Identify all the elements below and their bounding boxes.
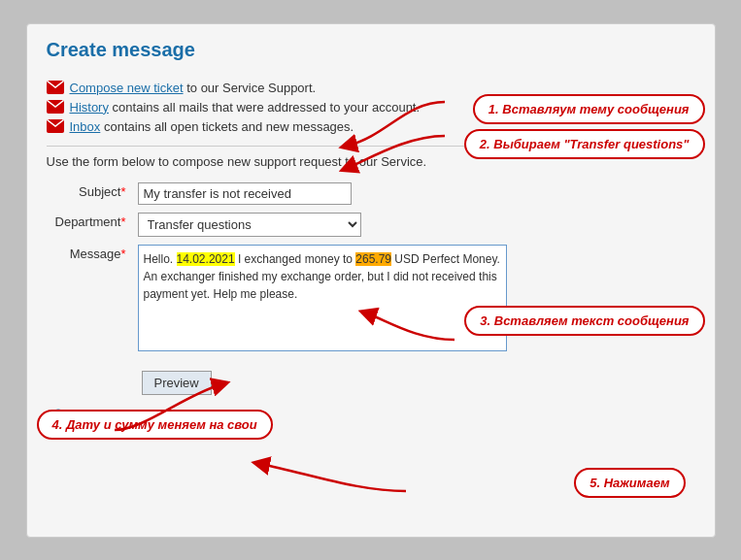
form-intro: Use the form below to compose new suppor… [47, 154, 695, 169]
main-container: Create message Compose new ticket to our… [26, 23, 716, 538]
nav-link-row-history: History contains all mails that were add… [47, 100, 695, 115]
message-content: Hello. 14.02.2021 I exchanged money to 2… [144, 252, 500, 301]
message-wrapper: Hello. 14.02.2021 I exchanged money to 2… [138, 245, 507, 351]
page-title: Create message [47, 39, 695, 67]
mail-icon-inbox [47, 119, 64, 133]
history-link[interactable]: History [70, 100, 109, 115]
compose-link[interactable]: Compose new ticket [70, 81, 184, 95]
department-row: Department* Transfer questions [47, 209, 695, 241]
message-prefix: Hello. [144, 252, 177, 266]
nav-link-row-compose: Compose new ticket to our Service Suppor… [47, 81, 695, 95]
message-row: Message* Hello. 14.02.2021 I exchanged m… [47, 241, 695, 355]
department-label: Department* [47, 209, 134, 241]
back-icon [47, 409, 70, 432]
inbox-link-suffix: contains all open tickets and new messag… [104, 119, 354, 134]
subject-row: Subject* [47, 179, 695, 209]
arrow-5 [183, 445, 435, 503]
history-link-suffix: contains all mails that were addressed t… [113, 100, 421, 115]
message-date: 14.02.2021 [177, 252, 235, 266]
message-label: Message* [47, 241, 134, 355]
preview-button[interactable]: Preview [142, 371, 212, 395]
message-display[interactable]: Hello. 14.02.2021 I exchanged money to 2… [138, 245, 507, 351]
form-table: Subject* Department* Transfer questions … [47, 179, 695, 355]
inbox-link[interactable]: Inbox [70, 119, 101, 134]
nav-links: Compose new ticket to our Service Suppor… [47, 81, 695, 134]
preview-btn-row: Preview [142, 365, 695, 395]
compose-link-suffix: to our Service Support. [186, 81, 316, 95]
subject-input[interactable] [138, 182, 352, 205]
message-mid: I exchanged money to [235, 252, 356, 266]
message-amount: 265.79 [355, 252, 391, 266]
mail-icon-compose [47, 81, 64, 94]
department-select[interactable]: Transfer questions [138, 213, 361, 237]
nav-link-row-inbox: Inbox contains all open tickets and new … [47, 119, 695, 134]
subject-input-cell [134, 179, 695, 209]
prev-page-row: Previous page [47, 409, 695, 432]
message-textarea-cell: Hello. 14.02.2021 I exchanged money to 2… [134, 241, 695, 355]
prev-page-link[interactable]: Previous page [78, 412, 158, 427]
department-select-cell: Transfer questions [134, 209, 695, 241]
annotation-bubble-5: 5. Нажимаем [574, 468, 685, 498]
mail-icon-history [47, 100, 64, 114]
subject-label: Subject* [47, 179, 134, 209]
divider [47, 146, 695, 147]
